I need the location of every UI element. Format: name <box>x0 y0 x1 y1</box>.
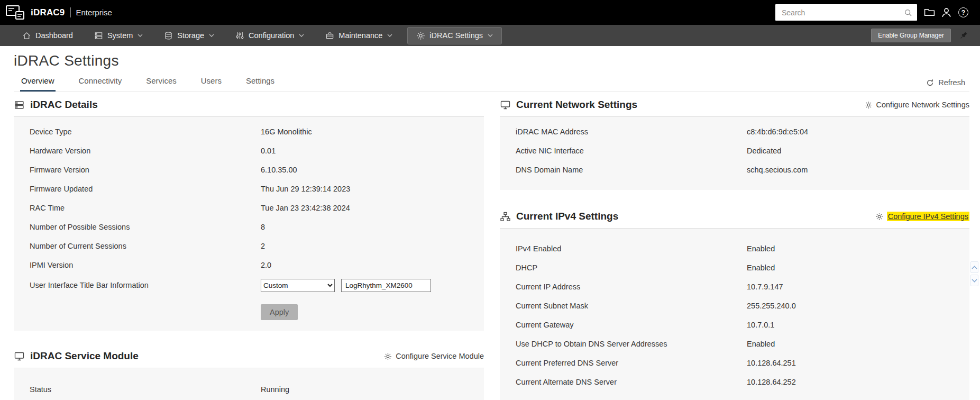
row-label: User Interface Title Bar Information <box>30 281 261 289</box>
dashboard-icon <box>22 31 31 40</box>
network-settings-header: Current Network Settings Configure Netwo… <box>500 93 969 116</box>
row-value: Enabled <box>747 244 775 253</box>
ipv4-settings-card: Current IPv4 Settings Configure IPv4 Set… <box>500 205 969 400</box>
nav-item-label: System <box>107 31 133 40</box>
search-icon[interactable] <box>904 8 912 17</box>
row-value: 10.128.64.252 <box>747 378 796 386</box>
configure-link-label: Configure Service Module <box>396 352 484 360</box>
detail-row: Current Preferred DNS Server 10.128.64.2… <box>516 353 969 372</box>
tab-bar: Overview Connectivity Services Users Set… <box>14 72 969 92</box>
row-label: Current Preferred DNS Server <box>516 359 747 367</box>
tab-services[interactable]: Services <box>145 72 178 92</box>
configure-link-label: Configure Network Settings <box>876 101 970 109</box>
detail-row: DHCP Enabled <box>516 258 969 277</box>
row-label: Device Type <box>30 128 261 136</box>
chevron-down-icon <box>138 34 143 37</box>
two-column-layout: iDRAC Details Device Type 16G Monolithic <box>14 93 969 400</box>
detail-row: Hardware Version 0.01 <box>30 141 484 160</box>
title-bar-mode-select[interactable]: Custom <box>261 279 335 292</box>
right-column: Current Network Settings Configure Netwo… <box>500 93 969 400</box>
scroll-down-icon[interactable] <box>970 275 978 286</box>
row-label: IPMI Version <box>30 261 261 269</box>
detail-row: RAC Time Tue Jan 23 23:42:38 2024 <box>30 198 484 217</box>
apply-button[interactable]: Apply <box>261 304 298 320</box>
gear-icon <box>865 101 873 109</box>
help-icon[interactable]: ? <box>958 7 969 18</box>
row-value: Enabled <box>747 340 775 348</box>
detail-row: Current Gateway 10.7.0.1 <box>516 315 969 334</box>
refresh-button[interactable]: Refresh <box>926 78 969 92</box>
configure-service-module-link[interactable]: Configure Service Module <box>384 352 484 360</box>
detail-row: Firmware Updated Thu Jun 29 12:39:14 202… <box>30 179 484 198</box>
pin-icon[interactable] <box>958 31 968 41</box>
card-title: Current IPv4 Settings <box>516 211 618 222</box>
tab-users[interactable]: Users <box>200 72 223 92</box>
row-value: 6.10.35.00 <box>261 166 297 174</box>
configure-ipv4-settings-link[interactable]: Configure IPv4 Settings <box>875 212 969 221</box>
chevron-down-icon <box>387 34 392 37</box>
nav-item-configuration[interactable]: Configuration <box>225 25 315 46</box>
tab-connectivity[interactable]: Connectivity <box>78 72 123 92</box>
row-label: Use DHCP to Obtain DNS Server Addresses <box>516 340 747 348</box>
nav-item-label: Configuration <box>249 31 294 40</box>
nav-item-storage[interactable]: Storage <box>153 25 225 46</box>
configuration-icon <box>235 31 244 40</box>
idrac-logo-icon[interactable] <box>5 4 25 21</box>
folder-icon[interactable] <box>924 7 935 18</box>
nav-item-dashboard[interactable]: Dashboard <box>12 25 84 46</box>
row-value: 10.128.64.251 <box>747 359 796 367</box>
ipv4-settings-rows: IPv4 Enabled Enabled DHCP Enabled Curren… <box>516 239 969 392</box>
storage-icon <box>164 31 173 40</box>
detail-row: Device Type 16G Monolithic <box>30 122 484 141</box>
help-question-glyph: ? <box>958 7 968 17</box>
card-title: iDRAC Service Module <box>30 350 139 362</box>
row-label: Hardware Version <box>30 147 261 155</box>
detail-row: IPv4 Enabled Enabled <box>516 239 969 258</box>
detail-row: Firmware Version 6.10.35.00 <box>30 160 484 179</box>
row-value: Running <box>261 385 289 394</box>
detail-row: Status Running <box>30 380 484 399</box>
configure-network-settings-link[interactable]: Configure Network Settings <box>865 101 970 109</box>
chevron-down-icon <box>299 34 304 37</box>
idrac-details-body: Device Type 16G Monolithic Hardware Vers… <box>14 116 484 331</box>
network-settings-card: Current Network Settings Configure Netwo… <box>500 93 969 190</box>
nav-item-system[interactable]: System <box>84 25 153 46</box>
enable-group-manager-button[interactable]: Enable Group Manager <box>871 29 951 42</box>
refresh-label: Refresh <box>938 78 965 87</box>
tab-settings[interactable]: Settings <box>245 72 276 92</box>
nav-item-maintenance[interactable]: Maintenance <box>315 25 403 46</box>
gear-icon <box>384 352 392 360</box>
row-value: 0.01 <box>261 147 276 155</box>
refresh-icon <box>926 79 934 87</box>
row-label: iDRAC MAC Address <box>516 128 747 136</box>
row-label: DHCP <box>516 263 747 272</box>
search-input[interactable] <box>782 8 904 17</box>
row-label: Current Alternate DNS Server <box>516 378 747 386</box>
ipv4-settings-body: IPv4 Enabled Enabled DHCP Enabled Curren… <box>500 228 969 400</box>
row-label: Active NIC Interface <box>516 147 747 155</box>
chevron-down-icon <box>488 34 493 37</box>
main-nav: Dashboard System Storage Configuration M… <box>0 25 980 46</box>
tab-overview[interactable]: Overview <box>20 72 56 92</box>
row-value: 2.0 <box>261 261 271 269</box>
detail-row: Active NIC Interface Dedicated <box>516 141 969 160</box>
user-icon[interactable] <box>941 7 952 18</box>
card-title: iDRAC Details <box>30 99 98 111</box>
service-module-card: iDRAC Service Module Configure Service M… <box>14 344 484 400</box>
row-value: 255.255.240.0 <box>747 302 796 310</box>
nav-item-idrac-settings[interactable]: iDRAC Settings <box>407 27 502 44</box>
gear-icon <box>416 31 425 40</box>
nav-item-label: iDRAC Settings <box>429 31 483 40</box>
service-module-rows: Status Running <box>30 380 484 399</box>
card-title: Current Network Settings <box>516 99 637 111</box>
title-bar-text-input[interactable] <box>341 279 431 292</box>
row-label: Firmware Version <box>30 166 261 174</box>
title-bar-controls: Custom <box>261 279 431 292</box>
detail-row: IPMI Version 2.0 <box>30 256 484 275</box>
idrac-details-header: iDRAC Details <box>14 93 484 116</box>
brand-separator <box>70 7 71 17</box>
title-bar-info-row: User Interface Title Bar Information Cus… <box>30 275 484 296</box>
row-label: Number of Possible Sessions <box>30 223 261 231</box>
scroll-up-icon[interactable] <box>970 261 978 273</box>
ipv4-settings-header: Current IPv4 Settings Configure IPv4 Set… <box>500 205 969 228</box>
